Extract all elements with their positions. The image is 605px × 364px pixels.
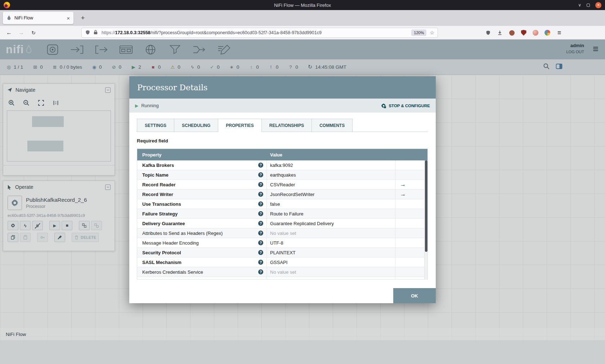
help-icon[interactable]: [258, 163, 263, 168]
zoom-indicator[interactable]: 120%: [411, 29, 426, 36]
help-icon[interactable]: [258, 192, 263, 197]
url-protocol: https://: [102, 30, 115, 35]
property-row[interactable]: SASL Mechanism GSSAPI: [137, 258, 427, 267]
help-icon[interactable]: [258, 279, 263, 279]
property-row[interactable]: Security Protocol PLAINTEXT: [137, 248, 427, 258]
url-bar[interactable]: https:// 172.18.0.3:32558 /nifi/?process…: [81, 28, 438, 38]
new-tab-button[interactable]: [78, 13, 88, 23]
help-icon[interactable]: [258, 260, 263, 265]
go-to-service-icon[interactable]: [400, 191, 406, 197]
property-row[interactable]: Record Reader CSVReader: [137, 180, 427, 190]
property-value[interactable]: PLAINTEXT: [270, 250, 296, 255]
help-icon[interactable]: [258, 231, 263, 236]
firefox-logo-icon: [4, 2, 10, 8]
screen: NiFi Flow — Mozilla Firefox NiFi Flow: [0, 0, 605, 364]
permissions-shield-icon[interactable]: [485, 29, 491, 36]
help-icon[interactable]: [258, 172, 263, 177]
property-row[interactable]: Kafka Brokers kafka:9092: [137, 160, 427, 170]
help-icon[interactable]: [258, 201, 263, 206]
dialog-tab[interactable]: SCHEDULING: [174, 119, 218, 132]
dialog-tab-label: SETTINGS: [145, 123, 166, 128]
table-scrollbar[interactable]: [424, 160, 427, 279]
window-maximize-icon[interactable]: [587, 4, 590, 7]
property-value[interactable]: earthquakes: [270, 172, 296, 178]
property-value[interactable]: UTF-8: [270, 240, 283, 246]
window-close-icon[interactable]: [595, 2, 601, 8]
property-value[interactable]: false: [270, 201, 280, 207]
url-text: https:// 172.18.0.3:32558 /nifi/?process…: [102, 30, 408, 35]
property-value[interactable]: No value set: [270, 269, 296, 275]
window-titlebar[interactable]: NiFi Flow — Mozilla Firefox: [0, 0, 605, 10]
property-row[interactable]: Topic Name earthquakes: [137, 170, 427, 180]
dialog-tab[interactable]: RELATIONSHIPS: [262, 119, 312, 132]
browser-menu-icon[interactable]: [556, 29, 563, 36]
dialog-tab-label: COMMENTS: [319, 123, 345, 128]
property-row[interactable]: Use Transactions false: [137, 199, 427, 209]
go-to-service-icon[interactable]: [400, 181, 406, 188]
help-icon[interactable]: [258, 250, 263, 255]
property-name: Record Writer: [142, 192, 173, 197]
help-icon[interactable]: [258, 269, 263, 274]
property-row[interactable]: Failure Strategy Route to Failure: [137, 209, 427, 219]
property-value[interactable]: CSVReader: [270, 182, 295, 187]
help-icon[interactable]: [258, 240, 263, 245]
help-icon[interactable]: [258, 211, 263, 216]
property-row[interactable]: Attributes to Send as Headers (Regex) No…: [137, 228, 427, 238]
extensions-pinwheel-icon[interactable]: [544, 29, 551, 36]
property-row[interactable]: [137, 277, 427, 279]
dialog-tab[interactable]: SETTINGS: [137, 119, 174, 132]
toolbar-icons: [485, 26, 563, 40]
property-row[interactable]: Message Header Encoding UTF-8: [137, 238, 427, 248]
lock-icon[interactable]: [93, 29, 98, 36]
properties-table: Property Value Kafka Brokers: [137, 149, 428, 279]
downloads-icon[interactable]: [497, 29, 503, 36]
properties-table-body: Kafka Brokers kafka:9092: [137, 160, 427, 279]
running-status-label: Running: [141, 103, 158, 108]
reload-button[interactable]: [27, 30, 40, 36]
stop-configure-icon: [381, 103, 386, 109]
browser-tab[interactable]: NiFi Flow: [3, 12, 73, 24]
property-value[interactable]: No value set: [270, 231, 296, 236]
property-value[interactable]: JsonRecordSetWriter: [270, 192, 314, 197]
property-row[interactable]: Kerberos Credentials Service No value se…: [137, 267, 427, 277]
properties-table-header: Property Value: [137, 149, 427, 160]
property-value[interactable]: Route to Failure: [270, 211, 304, 217]
property-value[interactable]: Guarantee Replicated Delivery: [270, 221, 334, 226]
stop-and-configure-button[interactable]: STOP & CONFIGURE: [381, 103, 430, 109]
table-scrollbar-thumb[interactable]: [425, 160, 427, 252]
property-name: Kerberos Credentials Service: [142, 269, 203, 275]
extension-icon[interactable]: [508, 29, 515, 36]
property-name: Topic Name: [142, 172, 169, 178]
tracking-shield-icon[interactable]: [85, 29, 90, 36]
property-name: Attributes to Send as Headers (Regex): [142, 231, 223, 236]
property-name: SASL Mechanism: [142, 260, 182, 265]
browser-navbar: https:// 172.18.0.3:32558 /nifi/?process…: [0, 26, 605, 40]
forward-button[interactable]: [15, 29, 27, 36]
profile-avatar[interactable]: [532, 29, 539, 36]
url-path: /nifi/?processGroupId=root&componentIds=…: [151, 30, 322, 35]
tab-title: NiFi Flow: [14, 15, 64, 21]
property-row[interactable]: Record Writer JsonRecordSetWriter: [137, 190, 427, 199]
bookmark-star-icon[interactable]: [430, 30, 434, 36]
ok-button[interactable]: OK: [393, 288, 436, 303]
tab-close-icon[interactable]: [67, 15, 70, 21]
dialog-tab-label: PROPERTIES: [226, 123, 254, 128]
url-host: 172.18.0.3:32558: [115, 30, 151, 35]
dialog-tabs: SETTINGS SCHEDULING PROPERTIES RELATIONS…: [137, 119, 428, 132]
dialog-header: Processor Details: [129, 76, 436, 99]
back-button[interactable]: [3, 29, 15, 36]
dialog-status-strip: Running STOP & CONFIGURE: [129, 99, 436, 113]
property-value[interactable]: GSSAPI: [270, 260, 287, 265]
property-value[interactable]: kafka:9092: [270, 163, 293, 168]
nifi-app: nifi: [0, 40, 605, 364]
help-icon[interactable]: [258, 221, 263, 226]
dialog-tab[interactable]: PROPERTIES: [218, 119, 261, 132]
window-title: NiFi Flow — Mozilla Firefox: [274, 3, 331, 8]
dialog-tab-label: RELATIONSHIPS: [269, 123, 304, 128]
property-row[interactable]: Delivery Guarantee Guarantee Replicated …: [137, 219, 427, 228]
help-icon[interactable]: [258, 182, 263, 187]
ublock-icon[interactable]: [520, 29, 527, 36]
dialog-tab[interactable]: COMMENTS: [312, 119, 353, 132]
window-minimize-icon[interactable]: [578, 3, 581, 8]
running-status-icon: [135, 103, 138, 108]
